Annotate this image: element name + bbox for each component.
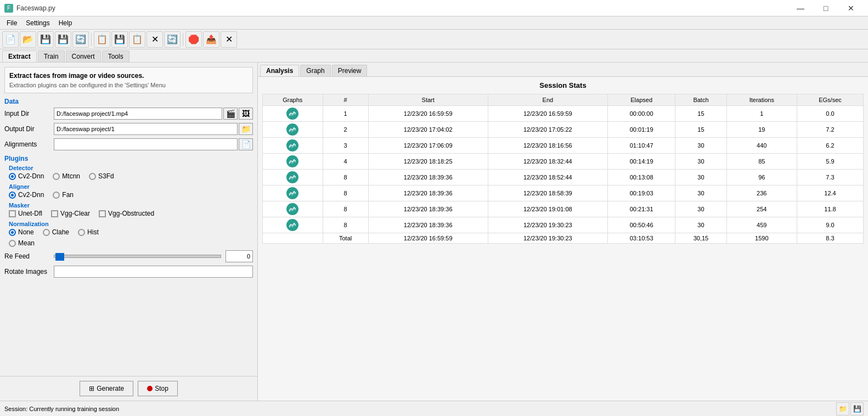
graph-icon-1[interactable] — [286, 123, 298, 136]
input-dir-folder-btn[interactable]: 🖼 — [239, 108, 253, 120]
toolbar-export[interactable]: 💾 — [111, 31, 128, 48]
tab-convert[interactable]: Convert — [66, 50, 101, 62]
masker-vgg-obstructed[interactable]: Vgg-Obstructed — [99, 210, 154, 217]
detector-mtcnn-radio[interactable] — [53, 173, 60, 180]
right-panel: Analysis Graph Preview Session Stats Gra… — [258, 63, 868, 401]
table-row: 312/23/20 17:06:0912/23/20 18:16:5601:10… — [263, 138, 864, 154]
graph-icon-4[interactable] — [286, 171, 298, 183]
status-save-btn[interactable]: 💾 — [850, 402, 864, 415]
menu-file[interactable]: File — [2, 18, 21, 28]
aligner-fan-radio[interactable] — [53, 192, 60, 199]
toolbar-close[interactable]: ✕ — [221, 31, 237, 48]
norm-mean[interactable]: Mean — [9, 239, 35, 247]
output-dir-field[interactable] — [54, 123, 238, 135]
alignments-row: Alignments 📄 — [4, 138, 253, 150]
re-feed-value[interactable] — [226, 250, 253, 262]
cell-graph-3 — [263, 154, 323, 170]
cell-num-7: 8 — [323, 217, 368, 233]
cell-end-1: 12/23/20 17:05:22 — [488, 122, 607, 138]
graph-icon-0[interactable] — [286, 108, 298, 120]
cell-num-8: Total — [323, 233, 368, 244]
alignments-field[interactable] — [54, 138, 238, 150]
tab-train[interactable]: Train — [38, 50, 65, 62]
norm-hist[interactable]: Hist — [78, 228, 99, 236]
graph-icon-6[interactable] — [286, 203, 298, 215]
cell-iterations-6: 254 — [726, 201, 797, 217]
re-feed-slider[interactable] — [54, 255, 221, 258]
tab-preview[interactable]: Preview — [332, 65, 368, 76]
status-folder-btn[interactable]: 📁 — [836, 402, 849, 415]
close-button[interactable]: ✕ — [838, 0, 864, 16]
stop-button[interactable]: Stop — [138, 381, 178, 396]
toolbar-new[interactable]: 📄 — [2, 31, 19, 48]
masker-vgg-obstructed-checkbox[interactable] — [99, 210, 106, 217]
toolbar-refresh[interactable]: 🔄 — [164, 31, 181, 48]
graph-icon-2[interactable] — [286, 139, 298, 151]
toolbar-stop-red[interactable]: 🛑 — [185, 31, 202, 48]
cell-elapsed-2: 01:10:47 — [607, 138, 675, 154]
toolbar-save[interactable]: 💾 — [37, 31, 54, 48]
tab-analysis[interactable]: Analysis — [260, 65, 299, 76]
masker-vgg-clear-checkbox[interactable] — [51, 210, 58, 217]
cell-num-2: 3 — [323, 138, 368, 154]
graph-icon-3[interactable] — [286, 155, 298, 167]
detector-s3fd[interactable]: S3Fd — [89, 172, 114, 180]
toolbar-open[interactable]: 📂 — [20, 31, 36, 48]
cell-batch-6: 30 — [675, 201, 726, 217]
toolbar-reload[interactable]: 🔄 — [72, 31, 89, 48]
detector-s3fd-radio[interactable] — [89, 173, 96, 180]
detector-cv2dnn[interactable]: Cv2-Dnn — [9, 172, 44, 180]
detector-label: Detector — [9, 165, 253, 171]
norm-hist-radio[interactable] — [78, 229, 85, 236]
status-bar: Session: Currently running training sess… — [0, 401, 868, 416]
maximize-button[interactable]: □ — [813, 0, 838, 16]
stop-label: Stop — [155, 385, 168, 392]
re-feed-thumb[interactable] — [55, 253, 64, 261]
alignments-browse-btn[interactable]: 📄 — [239, 138, 253, 150]
tab-graph[interactable]: Graph — [300, 65, 330, 76]
aligner-cv2dnn[interactable]: Cv2-Dnn — [9, 191, 44, 199]
norm-mean-radio[interactable] — [9, 240, 16, 247]
cell-num-5: 8 — [323, 185, 368, 201]
input-dir-field[interactable] — [54, 108, 222, 120]
toolbar-cancel[interactable]: ✕ — [146, 31, 163, 48]
cell-elapsed-1: 00:01:19 — [607, 122, 675, 138]
norm-clahe[interactable]: Clahe — [43, 228, 69, 236]
aligner-fan[interactable]: Fan — [53, 191, 74, 199]
menu-help[interactable]: Help — [54, 18, 77, 28]
input-dir-browse-btn[interactable]: 🎬 — [223, 108, 238, 120]
analysis-content: Session Stats Graphs # Start End Elapsed… — [258, 76, 868, 401]
table-row: 812/23/20 18:39:3612/23/20 18:52:4400:13… — [263, 170, 864, 185]
masker-unet-checkbox[interactable] — [9, 210, 16, 217]
norm-clahe-radio[interactable] — [43, 229, 50, 236]
menu-settings[interactable]: Settings — [21, 18, 54, 28]
minimize-button[interactable]: — — [788, 0, 813, 16]
aligner-cv2dnn-radio[interactable] — [9, 192, 16, 199]
norm-none-radio[interactable] — [9, 229, 16, 236]
output-dir-browse-btn[interactable]: 📁 — [239, 123, 253, 135]
cell-start-7: 12/23/20 18:39:36 — [368, 217, 488, 233]
generate-button[interactable]: ⊞ Generate — [80, 381, 133, 396]
aligner-fan-label: Fan — [62, 191, 74, 199]
rotate-images-field[interactable] — [54, 266, 253, 278]
cell-batch-3: 30 — [675, 154, 726, 170]
col-end: End — [488, 94, 607, 106]
masker-vgg-clear[interactable]: Vgg-Clear — [51, 210, 90, 217]
toolbar-save-as[interactable]: 💾 — [55, 31, 71, 48]
alignments-label: Alignments — [4, 140, 54, 148]
table-row: Total12/23/20 16:59:5912/23/20 19:30:230… — [263, 233, 864, 244]
masker-unet[interactable]: Unet-Dfl — [9, 210, 42, 217]
toolbar-import[interactable]: 📋 — [129, 31, 145, 48]
norm-none[interactable]: None — [9, 228, 34, 236]
cell-egs-8: 8.3 — [797, 233, 864, 244]
toolbar-output[interactable]: 📤 — [203, 31, 219, 48]
graph-icon-5[interactable] — [286, 187, 298, 199]
tab-tools[interactable]: Tools — [102, 50, 129, 62]
toolbar-copy[interactable]: 📋 — [94, 31, 110, 48]
detector-cv2dnn-radio[interactable] — [9, 173, 16, 180]
tab-extract[interactable]: Extract — [2, 50, 37, 62]
masker-unet-label: Unet-Dfl — [18, 210, 42, 217]
cell-egs-4: 7.3 — [797, 170, 864, 185]
detector-mtcnn[interactable]: Mtcnn — [53, 172, 80, 180]
graph-icon-7[interactable] — [286, 219, 298, 231]
